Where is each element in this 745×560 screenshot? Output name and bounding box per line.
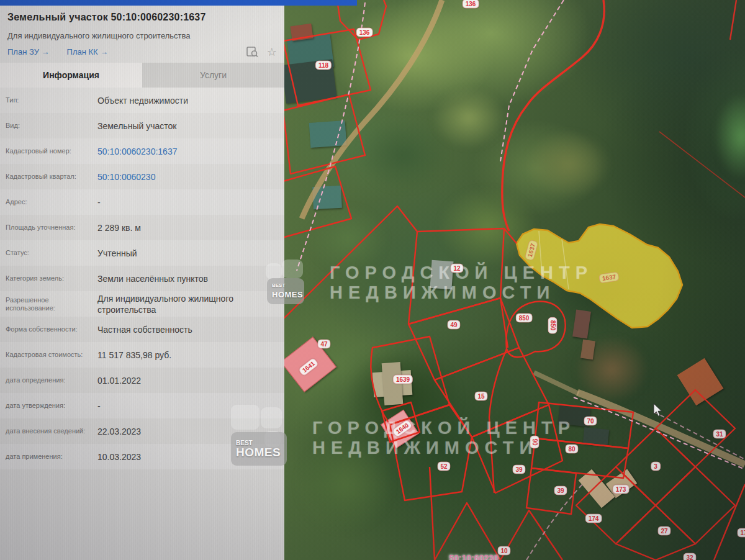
page-title: Земельный участок 50:10:0060230:1637 [7,12,277,23]
parcel-label-17[interactable]: 17 [737,528,745,538]
info-row-label: Кадастровый квартал: [0,173,97,181]
parcel-label-39[interactable]: 39 [554,486,567,495]
parcel-label-15[interactable]: 15 [474,392,487,401]
mouse-cursor [653,404,663,417]
parcel-label-90[interactable]: 90 [530,435,540,448]
info-row: Форма собственности: Частная собственнос… [0,317,284,342]
info-row: Кадастровый квартал: 50:10:0060230 [0,164,284,189]
parcel-label-136[interactable]: 136 [356,28,373,37]
info-row-value: Земли населённых пунктов [97,273,284,284]
info-row: Кадастровый номер: 50:10:0060230:1637 [0,138,284,164]
tab-information[interactable]: Информация [0,63,142,88]
info-row: дата утверждения: - [0,393,284,418]
info-row-value[interactable]: 50:10:0060230 [97,171,284,183]
parcel-label-49[interactable]: 49 [447,320,460,330]
parcel-label-12[interactable]: 12 [450,264,463,273]
info-row-label: дата внесения сведений: [0,427,97,435]
info-row: дата применения: 10.03.2023 [0,444,284,469]
favorite-star-icon[interactable]: ☆ [267,48,277,56]
parcel-label-1639[interactable]: 1639 [393,375,413,384]
info-row-value: Объект недвижимости [97,95,284,106]
info-row-value: Земельный участок [97,120,284,132]
info-row-value: 11 517 835,98 руб. [97,350,284,361]
info-row-label: Статус: [0,249,97,257]
parcel-info-panel: Земельный участок 50:10:0060230:1637 Для… [0,6,284,560]
parcel-label-70[interactable]: 70 [584,417,597,426]
parcel-label-31[interactable]: 31 [713,430,726,439]
info-row-value: Для индивидуального жилищного строительс… [97,293,284,315]
info-row-value: Частная собственность [97,324,284,335]
plan-zu-link[interactable]: План ЗУ → [7,47,50,56]
info-row-label: Разрешенное использование: [0,296,97,312]
cadastral-map-app: ГОРОДСКОЙ ЦЕНТР НЕДВИЖИМОСТИ ГОРОДСКОЙ Ц… [0,0,745,560]
parcel-label-174[interactable]: 174 [585,514,602,523]
top-blue-bar [0,0,357,6]
parcel-label-52[interactable]: 52 [437,462,450,471]
info-row-label: Площадь уточненная: [0,224,97,232]
plan-kk-link[interactable]: План КК → [67,47,109,56]
parcel-label-118[interactable]: 118 [315,61,332,70]
info-row: дата внесения сведений: 22.03.2023 [0,418,284,444]
info-row-value: - [97,197,284,208]
parcel-label-27[interactable]: 27 [657,526,670,536]
info-row: Статус: Учтенный [0,240,284,266]
parcel-subtitle: Для индивидуального жилищного строительс… [7,31,277,40]
quarter-label[interactable]: 50:10:60230 [446,553,500,560]
parcel-label-850[interactable]: 850 [548,317,558,334]
preview-icon[interactable] [246,47,258,57]
info-row-label: дата применения: [0,453,97,461]
info-row-label: Вид: [0,122,97,130]
parcel-label-80[interactable]: 80 [565,445,578,454]
info-row-value: 2 289 кв. м [97,222,284,233]
info-row-value: 22.03.2023 [97,426,284,437]
parcel-label-850[interactable]: 850 [516,314,533,323]
info-row-label: дата утверждения: [0,402,97,410]
info-row-label: Кадастровая стоимость: [0,351,97,359]
panel-tabs: Информация Услуги [0,63,284,88]
parcel-label-3[interactable]: 3 [651,462,661,471]
info-row-value: 10.03.2023 [97,451,284,463]
info-row: Категория земель: Земли населённых пункт… [0,266,284,291]
info-row-label: дата определения: [0,376,97,384]
info-row-value: Учтенный [97,248,284,259]
parcel-label-1640[interactable]: 1640 [391,419,413,438]
info-rows: Тип: Объект недвижимости Вид: Земельный … [0,88,284,469]
parcel-label-1637[interactable]: 1637 [525,239,539,261]
info-row-label: Кадастровый номер: [0,147,97,155]
info-row: Вид: Земельный участок [0,113,284,138]
info-row: Кадастровая стоимость: 11 517 835,98 руб… [0,342,284,368]
tab-services[interactable]: Услуги [142,63,284,88]
info-row: дата определения: 01.01.2022 [0,368,284,393]
parcel-label-39[interactable]: 39 [512,465,525,474]
parcel-label-1641[interactable]: 1641 [298,357,320,377]
info-row: Тип: Объект недвижимости [0,88,284,113]
parcel-label-47[interactable]: 47 [317,340,330,349]
info-row: Разрешенное использование: Для индивидуа… [0,291,284,317]
info-row-label: Форма собственности: [0,325,97,333]
info-row-label: Категория земель: [0,274,97,282]
parcel-label-173[interactable]: 173 [613,485,630,494]
parcel-label-136[interactable]: 136 [463,0,479,9]
parcel-label-32[interactable]: 32 [683,553,696,560]
info-row: Площадь уточненная: 2 289 кв. м [0,215,284,240]
parcel-label-1637[interactable]: 1637 [598,271,620,283]
info-row-value: - [97,400,284,412]
info-row: Адрес: - [0,189,284,215]
info-row-label: Тип: [0,96,97,104]
info-row-value: 01.01.2022 [97,375,284,386]
info-row-label: Адрес: [0,198,97,206]
info-row-value[interactable]: 50:10:0060230:1637 [97,146,284,157]
